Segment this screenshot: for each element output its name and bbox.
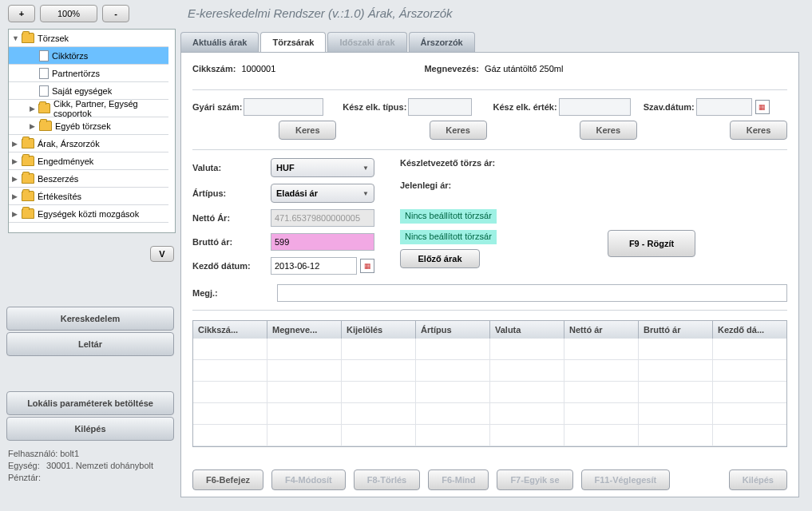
szav-date-input[interactable] — [696, 98, 752, 116]
f11-veglegesit-button: F11-Véglegesít — [581, 469, 671, 490]
grid-col-7[interactable]: Kezdő dá... — [713, 321, 786, 339]
load-params-button[interactable]: Lokális paraméterek betöltése — [6, 391, 174, 415]
file-icon — [39, 68, 49, 79]
chevron-down-icon: ▼ — [362, 190, 369, 197]
calendar-icon[interactable]: ▦ — [755, 100, 770, 114]
tree-item-label: Engedmények — [38, 156, 93, 166]
tree-item-7[interactable]: ▶Engedmények — [9, 153, 168, 170]
tree-item-label: Cikk, Partner, Egység csoportok — [53, 99, 168, 118]
f4-modosit-button: F4-Módosít — [271, 469, 346, 490]
f6-befejez-button[interactable]: F6-Befejez — [192, 469, 263, 490]
commerce-button[interactable]: Kereskedelem — [6, 307, 174, 331]
valuta-select[interactable]: HUF▼ — [271, 158, 374, 177]
kilepes-button[interactable]: Kilépés — [729, 469, 787, 490]
grid-body[interactable] — [193, 339, 786, 446]
elk-value-label: Kész elk. érték: — [493, 102, 557, 112]
tab-idoszaki: Időszaki árak — [327, 32, 406, 52]
elk-type-input[interactable] — [408, 98, 472, 116]
grid-col-1[interactable]: Megneve... — [267, 321, 342, 339]
grid-col-3[interactable]: Ártípus — [416, 321, 490, 339]
tree-item-6[interactable]: ▶Árak, Árszorzók — [9, 135, 168, 153]
tree-item-label: Saját egységek — [52, 86, 112, 96]
tree-item-label: Cikktörzs — [52, 51, 88, 61]
tree-item-label: Egységek közti mozgások — [38, 209, 139, 219]
keres-4-button[interactable]: Keres — [730, 121, 787, 140]
folder-icon — [39, 121, 52, 131]
chevron-right-icon: ▶ — [12, 140, 22, 148]
tree-item-8[interactable]: ▶Beszerzés — [9, 170, 168, 188]
chevron-down-icon: ▼ — [362, 164, 369, 172]
status-info: Felhasználó: bolt1 Egység: 30001. Nemzet… — [8, 449, 176, 485]
jelenlegi-label: Jelenlegi ár: — [400, 180, 592, 195]
zoom-pct-button[interactable]: 100% — [40, 5, 97, 22]
folder-icon — [38, 103, 50, 113]
msg-no-price-2: Nincs beállított törzsár — [400, 230, 497, 244]
tab-aktualis[interactable]: Aktuális árak — [180, 32, 259, 52]
file-icon — [39, 85, 49, 97]
keres-3-button[interactable]: Keres — [580, 121, 637, 140]
name-value: Gáz utántöltő 250ml — [485, 64, 563, 73]
tree-item-label: Egyéb törzsek — [55, 121, 111, 131]
tab-torzsarak[interactable]: Törzsárak — [260, 32, 326, 52]
inventory-button[interactable]: Leltár — [6, 332, 174, 356]
tree-item-1[interactable]: Cikktörzs — [9, 47, 168, 65]
grid-col-5[interactable]: Nettó ár — [564, 321, 639, 339]
zoom-in-button[interactable]: + — [8, 5, 35, 22]
grid-col-6[interactable]: Bruttó ár — [639, 321, 713, 339]
keres-1-button[interactable]: Keres — [279, 121, 336, 140]
tree-item-label: Beszerzés — [38, 174, 78, 184]
grid-col-4[interactable]: Valuta — [490, 321, 564, 339]
brutto-input[interactable] — [271, 233, 374, 251]
prev-prices-button[interactable]: Előző árak — [400, 249, 480, 268]
chevron-right-icon: ▶ — [12, 210, 22, 218]
factory-num-input[interactable] — [244, 98, 323, 116]
netto-input — [271, 209, 374, 227]
record-button[interactable]: F9 - Rögzít — [608, 230, 695, 257]
netto-label: Nettó Ár: — [192, 213, 271, 223]
exit-button[interactable]: Kilépés — [6, 417, 174, 441]
folder-icon — [22, 208, 34, 219]
keszlet-label: Készletvezető törzs ár: — [400, 158, 592, 172]
grid-col-0[interactable]: Cikkszá... — [193, 321, 267, 339]
folder-icon — [22, 138, 34, 149]
tree-item-0[interactable]: ▼Törzsek — [9, 30, 168, 47]
keres-2-button[interactable]: Keres — [430, 121, 487, 140]
tree-item-4[interactable]: ▶Cikk, Partner, Egység csoportok — [9, 100, 168, 117]
app-title: E-kereskedelmi Rendszer (v.:1.0) Árak, Á… — [188, 6, 453, 20]
chevron-right-icon: ▶ — [12, 175, 22, 183]
folder-icon — [22, 173, 34, 184]
msg-no-price-1: Nincs beállított törzsár — [400, 209, 497, 224]
megj-input[interactable] — [277, 284, 787, 302]
chevron-right-icon: ▶ — [12, 157, 22, 165]
tree-collapse-button[interactable]: V — [150, 246, 174, 262]
chevron-right-icon: ▶ — [30, 105, 38, 113]
folder-icon — [22, 191, 34, 201]
grid-col-2[interactable]: Kijelölés — [342, 321, 416, 339]
elk-value-input[interactable] — [559, 98, 631, 116]
tree-item-9[interactable]: ▶Értékesítés — [9, 188, 168, 205]
tree-item-10[interactable]: ▶Egységek közti mozgások — [9, 205, 168, 223]
tree-hscroll[interactable]: ◄ ► — [9, 232, 175, 233]
tree-item-5[interactable]: ▶Egyéb törzsek — [9, 117, 168, 135]
kezdo-date-input[interactable] — [271, 257, 357, 275]
kezdo-label: Kezdő dátum: — [192, 261, 271, 271]
calendar-icon[interactable]: ▦ — [360, 259, 374, 273]
factory-num-label: Gyári szám: — [192, 102, 242, 112]
tree-item-label: Törzsek — [38, 34, 69, 43]
tree-item-3[interactable]: Saját egységek — [9, 82, 168, 100]
f7-egyik-button: F7-Egyik se — [497, 469, 572, 490]
chevron-down-icon: ▼ — [12, 34, 22, 42]
chevron-right-icon: ▶ — [12, 192, 22, 200]
file-icon — [39, 50, 49, 61]
f8-torles-button: F8-Törlés — [354, 469, 421, 490]
artipus-select[interactable]: Eladási ár▼ — [271, 184, 374, 203]
name-label: Megnevezés: — [424, 64, 478, 73]
sku-value: 1000001 — [241, 64, 275, 73]
tab-arszorzok[interactable]: Árszorzók — [409, 32, 475, 52]
tree-item-2[interactable]: Partnertörzs — [9, 65, 168, 82]
szav-date-label: Szav.dátum: — [644, 102, 695, 112]
zoom-out-button[interactable]: - — [102, 5, 129, 22]
artipus-label: Ártípus: — [192, 188, 271, 198]
valuta-label: Valuta: — [192, 163, 271, 172]
brutto-label: Bruttó ár: — [192, 237, 271, 247]
